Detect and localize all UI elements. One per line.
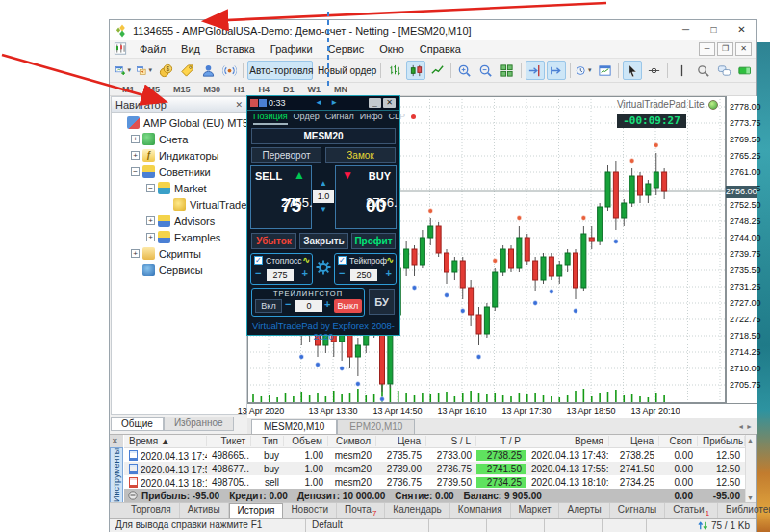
menu-item-Окно[interactable]: Окно — [372, 41, 412, 57]
lots-up-icon[interactable]: ▲ — [313, 179, 334, 188]
navigator-icon[interactable] — [198, 61, 218, 80]
tradepad-tab-сигнал[interactable]: Сигнал — [325, 112, 354, 125]
close-loss-button[interactable]: Убыток — [251, 233, 296, 249]
column-header-9[interactable]: Цена — [609, 436, 659, 446]
autoscroll-icon[interactable] — [547, 61, 566, 80]
toolbox-vertical-tab[interactable]: Инструменты — [110, 447, 123, 503]
tradepad-nav-arrows[interactable]: ◄ ► — [315, 98, 341, 107]
column-header-5[interactable]: Цена — [376, 436, 426, 446]
minimize-button[interactable]: ─ — [672, 20, 700, 40]
tradepad-minimize-button[interactable]: _ — [369, 98, 381, 108]
tree-item-скрипты[interactable]: +Скрипты — [112, 245, 246, 262]
timeframe-MN[interactable]: MN — [327, 85, 354, 94]
new-chart-icon[interactable]: ▾ — [114, 61, 133, 80]
bars-icon[interactable] — [385, 61, 404, 80]
bottom-tab-активы[interactable]: Активы — [180, 503, 229, 518]
chart-tab-epm20,m10[interactable]: EPM20,M10 — [337, 419, 415, 434]
menu-item-Файл[interactable]: Файл — [132, 41, 173, 57]
navigator-tab-избранное[interactable]: Избранное — [164, 417, 234, 431]
chart-tab-scroll-arrows[interactable]: ◄ ► — [737, 423, 753, 430]
child-minimize-button[interactable]: ─ — [699, 42, 715, 56]
vline-icon[interactable] — [672, 61, 691, 80]
bottom-tab-календарь[interactable]: Календарь — [385, 503, 449, 518]
expand-icon[interactable]: + — [131, 249, 140, 258]
tile-icon[interactable] — [498, 61, 517, 80]
timeframe-H1[interactable]: H1 — [227, 85, 252, 94]
expand-icon[interactable]: + — [131, 151, 140, 160]
tree-item-amp-global-(eu)-mt5[interactable]: AMP Global (EU) MT5 — [112, 114, 246, 131]
column-header-2[interactable]: Тип — [251, 436, 284, 446]
shift-end-icon[interactable] — [526, 61, 545, 80]
bottom-tab-сигналы[interactable]: Сигналы — [610, 503, 666, 518]
tree-item-market[interactable]: −Market — [112, 180, 246, 196]
tradepad-tab-clp[interactable]: CLP — [389, 112, 406, 125]
column-header-11[interactable]: Прибыль — [698, 436, 745, 446]
expand-icon[interactable]: + — [131, 135, 140, 143]
column-header-8[interactable]: Время — [526, 436, 609, 446]
column-header-4[interactable]: Символ — [328, 436, 376, 446]
status-profile[interactable]: Default — [306, 519, 429, 532]
line-icon[interactable] — [427, 61, 447, 80]
timeframe-M5[interactable]: M5 — [141, 85, 167, 94]
zoom-out-icon[interactable] — [476, 61, 496, 80]
profiles-icon[interactable]: ▾ — [135, 61, 154, 80]
bottom-tab-библиотека[interactable]: Библиотека — [718, 503, 770, 518]
magnifier-icon[interactable] — [693, 61, 712, 80]
cursor-icon[interactable] — [623, 61, 642, 80]
collapse-icon[interactable]: − — [146, 184, 155, 192]
child-close-button[interactable]: ✕ — [735, 42, 752, 56]
tree-item-virtualtradepad-lite[interactable]: VirtualTradePad Lite — [112, 196, 246, 213]
close-all-button[interactable]: Закрыть — [299, 233, 348, 249]
column-header-7[interactable]: T / P — [476, 436, 526, 446]
maximize-button[interactable]: □ — [700, 20, 728, 40]
collapse-icon[interactable]: − — [131, 167, 140, 176]
dropdown-caret-icon[interactable]: ▾ — [148, 66, 152, 74]
tradepad-tab-позиция[interactable]: Позиция — [253, 112, 288, 125]
menu-item-Вставка[interactable]: Вставка — [208, 41, 263, 57]
close-profit-button[interactable]: Профит — [351, 233, 396, 249]
data-window-icon[interactable] — [177, 61, 196, 80]
timeframe-H4[interactable]: H4 — [252, 85, 277, 94]
takeprofit-checkbox[interactable]: ✓ — [338, 256, 346, 265]
tree-item-советники[interactable]: −Советники — [112, 164, 246, 180]
tree-item-счета[interactable]: +Счета — [112, 131, 246, 147]
connection-icon[interactable] — [735, 61, 755, 80]
menu-item-Вид[interactable]: Вид — [173, 41, 208, 57]
bottom-tab-новости[interactable]: Новости — [283, 503, 337, 518]
stoploss-checkbox[interactable]: ✓ — [254, 256, 263, 265]
trailing-value[interactable]: 0 — [295, 300, 322, 312]
chart-tab-mesm20,m10[interactable]: MESM20,M10 — [251, 419, 337, 434]
column-header-6[interactable]: S / L — [426, 436, 476, 446]
reverse-button[interactable]: Переворот — [251, 147, 321, 163]
chat-icon[interactable] — [714, 61, 733, 80]
stoploss-minus-button[interactable]: − — [255, 267, 261, 279]
buy-button[interactable]: ▼ BUY 2756. 00 — [335, 165, 397, 229]
market-watch-icon[interactable]: $ — [156, 61, 175, 80]
dropdown-caret-icon[interactable]: ▾ — [588, 66, 592, 74]
lots-down-icon[interactable]: ▼ — [313, 205, 334, 214]
menu-item-Справка[interactable]: Справка — [412, 41, 469, 57]
trailing-on-button[interactable]: Вкл — [255, 299, 282, 313]
child-restore-button[interactable]: ❐ — [717, 42, 733, 56]
bottom-tab-почта[interactable]: Почта7 — [337, 503, 385, 518]
takeprofit-value[interactable]: 250 — [350, 269, 377, 281]
expand-icon[interactable]: + — [146, 216, 155, 225]
navigator-tab-общие[interactable]: Общие — [111, 417, 164, 431]
autotrade-button[interactable]: Авто-торговля — [247, 61, 313, 80]
trailing-off-button[interactable]: Выкл — [334, 299, 362, 313]
candles-icon[interactable] — [406, 61, 425, 80]
toolbox-close-icon[interactable]: ✕ — [112, 437, 118, 445]
close-button[interactable]: ✕ — [728, 20, 756, 40]
sell-button[interactable]: SELL ▲ 2755. 75 — [250, 165, 312, 229]
column-header-3[interactable]: Объем — [284, 436, 328, 446]
bottom-tab-история[interactable]: История — [229, 503, 284, 518]
stoploss-value[interactable]: 275 — [267, 269, 294, 281]
tradepad-tab-инфо[interactable]: Инфо — [360, 112, 383, 125]
template-icon[interactable] — [595, 61, 614, 80]
period-icon[interactable]: ▾ — [574, 61, 593, 80]
tree-item-сервисы[interactable]: Сервисы — [112, 262, 246, 278]
zoom-in-icon[interactable] — [455, 61, 475, 80]
tradepad-tab-ордер[interactable]: Ордер — [294, 112, 320, 125]
timeframe-M15[interactable]: M15 — [167, 85, 197, 94]
trailing-minus-button[interactable]: − — [285, 298, 291, 310]
